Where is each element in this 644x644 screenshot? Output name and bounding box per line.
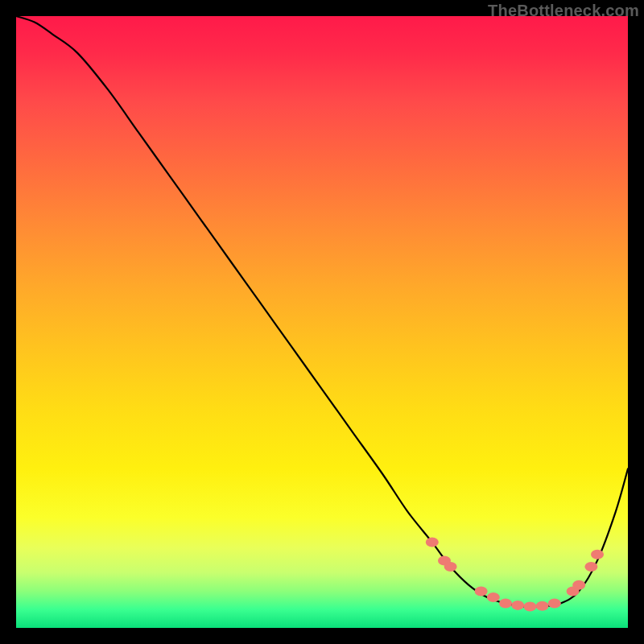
curve-marker <box>584 562 597 572</box>
curve-marker <box>475 586 488 596</box>
curve-marker <box>536 601 549 611</box>
curve-markers <box>426 538 604 612</box>
curve-marker <box>511 601 524 610</box>
curve-marker <box>523 601 536 611</box>
bottleneck-curve <box>16 16 628 607</box>
curve-marker <box>426 538 439 547</box>
curve-marker <box>591 550 604 559</box>
curve-marker <box>444 562 457 572</box>
curve-marker <box>548 599 561 609</box>
chart-frame: TheBottleneck.com <box>0 0 644 644</box>
curve-layer <box>16 16 628 628</box>
curve-marker <box>499 599 512 609</box>
plot-area <box>16 16 628 628</box>
curve-marker <box>572 580 585 590</box>
curve-marker <box>487 592 500 602</box>
